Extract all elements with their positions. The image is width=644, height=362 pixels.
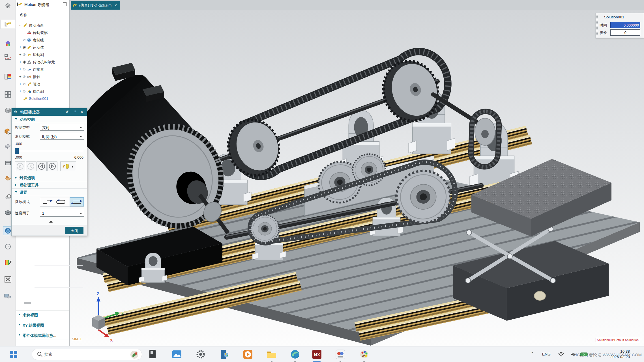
section-settings[interactable]: 设置: [12, 189, 87, 196]
axis-z-label: Z: [97, 291, 99, 296]
3d-viewport[interactable]: Z Y X SIM_1 Solution001\Default Animatio…: [70, 10, 644, 346]
eye-visible-icon[interactable]: ◉: [23, 60, 26, 64]
export-movie-button[interactable]: [60, 161, 76, 171]
motion-navigator-icon[interactable]: [1, 20, 15, 29]
tree-item-solution[interactable]: Solution001: [18, 95, 85, 102]
clock-icon[interactable]: [3, 242, 13, 251]
assembly-icon: [27, 31, 31, 35]
window-layout-icon[interactable]: [3, 90, 13, 99]
tools-icon[interactable]: [3, 275, 13, 284]
tree-item-custom-group[interactable]: ⊘ 定制组: [18, 36, 85, 44]
machine-assembly-rendering: Z Y X: [70, 10, 644, 346]
tab-close-icon[interactable]: ✕: [114, 3, 117, 7]
dialog-close-icon[interactable]: ✕: [80, 110, 83, 114]
dialog-collapse-arrow[interactable]: [49, 220, 53, 223]
section-solver-view[interactable]: 求解视图: [16, 311, 69, 319]
tree-item-driver[interactable]: + ⊘ 驱动: [18, 80, 85, 88]
tab-strip: (仿真) 传动动画.sim✕: [70, 0, 644, 10]
play-once-icon[interactable]: [41, 197, 53, 206]
navigator-title: Motion 导航器: [24, 2, 49, 7]
expand-toggle[interactable]: +: [19, 82, 22, 86]
tree-item-root[interactable]: - 传动动画: [18, 21, 85, 29]
xy-graph-icon[interactable]: [3, 53, 13, 62]
play-backward-button[interactable]: [37, 161, 47, 171]
spectrum-edit-icon[interactable]: [3, 258, 13, 267]
hscrollbar-thumb[interactable]: [24, 302, 31, 304]
expand-toggle[interactable]: +: [19, 74, 22, 79]
eye-hidden-icon[interactable]: ⊘: [23, 52, 26, 57]
tree-item-coupler[interactable]: + ⊘ 耦合副: [18, 88, 85, 95]
swing-icon[interactable]: [70, 198, 83, 207]
slide-mode-dropdown[interactable]: 时间 (秒): [40, 133, 84, 140]
start-button[interactable]: [10, 350, 18, 358]
spreadsheet-icon[interactable]: [3, 72, 13, 81]
panel-grip[interactable]: [596, 14, 598, 36]
solution-name: Solution001: [604, 15, 624, 19]
tree-item-contact[interactable]: + ⊘ 接触: [18, 73, 85, 80]
eye-hidden-icon[interactable]: ⊘: [23, 67, 26, 71]
navigator-restore-icon[interactable]: [63, 2, 66, 6]
taskbar-search[interactable]: 搜索: [32, 349, 142, 360]
expand-toggle[interactable]: +: [19, 67, 22, 71]
eye-hidden-icon[interactable]: ⊘: [23, 89, 26, 93]
image-box-icon[interactable]: [3, 292, 13, 301]
expand-toggle[interactable]: +: [19, 52, 22, 57]
paint-app-icon[interactable]: [359, 349, 370, 360]
time-label: 时间: [600, 23, 607, 28]
play-forward-button[interactable]: [47, 161, 57, 171]
slider-handle[interactable]: [15, 148, 19, 154]
driver-icon: [27, 82, 31, 86]
close-button[interactable]: 关闭: [65, 227, 83, 234]
time-slider[interactable]: [12, 147, 87, 155]
section-flexible-body[interactable]: 柔性体模式局部放...: [16, 331, 69, 339]
animation-result-icon[interactable]: [3, 39, 13, 48]
section-package-options[interactable]: 封装选项: [12, 174, 87, 181]
phone-link-icon[interactable]: [219, 349, 230, 360]
tree-item-connector[interactable]: + ⊘ 连接器: [18, 66, 85, 73]
eye-hidden-icon[interactable]: ⊘: [23, 38, 26, 42]
expand-toggle[interactable]: +: [19, 60, 22, 64]
control-type-dropdown[interactable]: 实时: [40, 124, 84, 131]
tab-simulation-file[interactable]: (仿真) 传动动画.sim✕: [71, 1, 120, 10]
nx-app-icon[interactable]: NX: [311, 349, 323, 360]
wifi-icon[interactable]: [558, 352, 564, 357]
dialog-title-bar[interactable]: ⚙ 动画播放器 ↺ ? ✕: [12, 108, 87, 116]
loop-icon[interactable]: [55, 197, 67, 206]
tree-item-transmission[interactable]: + ◉ 传动机构单元: [18, 58, 85, 66]
settings-gear-icon[interactable]: [3, 1, 13, 10]
speed-factor-dropdown[interactable]: 1: [40, 210, 84, 217]
eye-visible-icon[interactable]: ◉: [23, 45, 26, 49]
expand-toggle[interactable]: +: [19, 89, 22, 93]
tray-chevron-icon[interactable]: ⌃: [531, 352, 534, 355]
eye-hidden-icon[interactable]: ⊘: [23, 82, 26, 86]
search-highlight-image: [130, 350, 139, 359]
language-indicator[interactable]: ENG: [542, 352, 551, 356]
time-field[interactable]: 0.000000: [610, 22, 640, 28]
section-xy-result-view[interactable]: XY 结果视图: [16, 321, 69, 329]
edge-browser-icon[interactable]: [289, 349, 301, 360]
slider-min-label: .000: [15, 155, 22, 160]
eye-hidden-icon[interactable]: ⊘: [23, 74, 26, 79]
dialog-reset-icon[interactable]: ↺: [66, 110, 69, 114]
widgets-icon[interactable]: [148, 349, 159, 360]
step-field[interactable]: 0: [610, 29, 640, 36]
tree-item-motion-body[interactable]: + ◉ 运动体: [18, 44, 85, 51]
section-post-tools[interactable]: 后处理工具: [12, 181, 87, 189]
expand-toggle[interactable]: -: [19, 23, 20, 27]
expand-toggle[interactable]: +: [19, 45, 22, 49]
license-tool-icon[interactable]: [335, 349, 346, 360]
media-player-icon[interactable]: [242, 349, 254, 360]
dialog-help-icon[interactable]: ?: [74, 110, 76, 114]
file-explorer-icon[interactable]: [266, 349, 277, 360]
photos-icon[interactable]: [171, 349, 183, 360]
sim-file-label: SIM_1: [72, 337, 82, 341]
step-back-button[interactable]: [26, 161, 36, 171]
animation-status-badge: Solution001\Default Animation: [596, 338, 640, 342]
control-type-label: 控制类型: [15, 125, 30, 130]
joint-icon: [27, 53, 31, 57]
go-to-start-button[interactable]: [15, 161, 25, 171]
tree-item-assembly[interactable]: 传动装配: [18, 29, 85, 36]
tree-item-joint[interactable]: + ⊘ 运动副: [18, 51, 85, 58]
section-animation-control[interactable]: 动画控制: [12, 116, 87, 123]
settings-app-icon[interactable]: [195, 349, 206, 360]
